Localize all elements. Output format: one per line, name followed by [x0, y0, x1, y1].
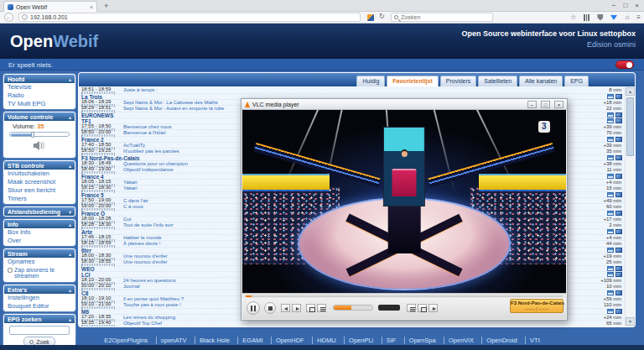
download-icon[interactable]: [610, 15, 617, 20]
channel-name[interactable]: M6: [81, 309, 89, 315]
browser-tab[interactable]: Open WebIf ×: [3, 1, 97, 12]
zap-icon[interactable]: [607, 118, 614, 123]
section-header-hoofd[interactable]: Hoofd▴: [4, 75, 75, 83]
footer-link[interactable]: openATV: [156, 337, 187, 344]
vlc-maximize-button[interactable]: □: [541, 101, 550, 108]
footer-link[interactable]: VTI: [525, 337, 540, 344]
list-scrollbar[interactable]: ▲ ▼: [625, 87, 634, 326]
site-info-icon[interactable]: i: [22, 14, 28, 20]
sidebar-item-over[interactable]: Over: [4, 237, 75, 245]
bouquet-tab[interactable]: EPG: [564, 76, 589, 86]
vlc-playlist-button[interactable]: [407, 304, 416, 312]
sidebar-item-tv-multi-epg[interactable]: TV Multi EPG: [4, 100, 75, 108]
channel-name[interactable]: F3 Nord-Pas-de-Calais: [81, 155, 139, 161]
tab-close-icon[interactable]: ×: [90, 4, 93, 10]
section-header-info[interactable]: Info▴: [4, 220, 75, 228]
zap-icon[interactable]: [607, 112, 614, 118]
vlc-stop-button[interactable]: [264, 302, 276, 314]
scrollbar-thumb[interactable]: [626, 97, 634, 156]
section-header-epg[interactable]: EPG zoeken▴: [4, 315, 75, 323]
channel-name[interactable]: WEO: [81, 266, 95, 272]
vlc-video-area[interactable]: 3: [242, 110, 566, 296]
bouquet-tab[interactable]: Satellieten: [478, 76, 517, 86]
sidebar-item-radio[interactable]: Radio: [4, 91, 75, 100]
home-icon[interactable]: ⌂: [625, 13, 629, 21]
library-icon[interactable]: [584, 14, 589, 21]
stream-icon[interactable]: [615, 118, 622, 123]
bookmark-star-icon[interactable]: ☆: [570, 13, 576, 21]
zap-icon[interactable]: [607, 137, 614, 142]
section-header-volume[interactable]: Volume controle▴: [4, 112, 75, 121]
sidebar-item-televisie[interactable]: Televisie: [4, 83, 75, 91]
footer-link[interactable]: OpenDroid: [481, 337, 517, 344]
zap-before-stream-checkbox[interactable]: [8, 268, 13, 273]
back-button[interactable]: ←: [4, 13, 13, 22]
zap-icon[interactable]: [607, 229, 614, 234]
footer-link[interactable]: OpenSpa: [404, 337, 436, 344]
channel-name[interactable]: La Trois: [81, 94, 102, 100]
sidebar-item-timers[interactable]: Timers: [4, 195, 75, 203]
vlc-window[interactable]: VLC media player − □ × 3: [241, 98, 568, 321]
section-header-stb[interactable]: STB controle▴: [4, 161, 75, 170]
volume-slider[interactable]: [9, 132, 70, 137]
footer-link[interactable]: HDMU: [312, 337, 336, 344]
app-logo[interactable]: OpenWebif: [10, 32, 98, 51]
stream-icon[interactable]: [615, 137, 622, 142]
vlc-next-button[interactable]: [292, 304, 301, 312]
zap-icon[interactable]: [607, 272, 614, 277]
zap-icon[interactable]: [607, 155, 614, 160]
window-maximize-button[interactable]: □: [623, 1, 627, 11]
channel-name[interactable]: C8: [81, 290, 88, 296]
channel-name[interactable]: EURONEWS: [81, 112, 113, 118]
zap-icon[interactable]: [607, 266, 614, 271]
speaker-icon[interactable]: [33, 140, 46, 151]
menu-icon[interactable]: ≡: [636, 13, 641, 21]
vlc-pause-button[interactable]: [247, 301, 260, 315]
bouquet-tab[interactable]: Providers: [440, 76, 477, 86]
stream-icon[interactable]: [615, 248, 622, 253]
channel-name[interactable]: TF1: [81, 118, 91, 124]
zap-icon[interactable]: [607, 309, 614, 314]
stream-icon[interactable]: [615, 272, 622, 277]
sidebar-item-message[interactable]: Stuur een bericht: [4, 186, 75, 195]
channel-name[interactable]: LCI: [81, 272, 90, 278]
channel-name[interactable]: 6ter: [81, 248, 91, 253]
browser-search-bar[interactable]: [391, 13, 493, 22]
vlc-loop-button[interactable]: [418, 304, 427, 312]
section-header-extras[interactable]: Extra's▴: [4, 285, 75, 294]
stream-icon[interactable]: [615, 112, 622, 118]
window-minimize-button[interactable]: −: [612, 1, 616, 11]
stream-icon[interactable]: [615, 309, 622, 314]
program-title[interactable]: Juste à temps :: [123, 87, 593, 93]
stream-icon[interactable]: [615, 155, 622, 160]
zap-icon[interactable]: [607, 94, 614, 99]
zap-icon[interactable]: [607, 174, 614, 179]
sidebar-item-screenshot[interactable]: Maak screenshot: [4, 178, 75, 186]
vlc-extended-button[interactable]: [317, 304, 326, 312]
footer-link[interactable]: E2OpenPlugins: [104, 337, 148, 344]
sidebar-item-power[interactable]: In/uitschakelen: [4, 170, 75, 178]
window-close-button[interactable]: ×: [635, 1, 639, 11]
footer-link[interactable]: EGAMI: [237, 337, 262, 344]
channel-name[interactable]: France 2: [81, 137, 104, 143]
shield-icon[interactable]: [597, 14, 603, 21]
seek-track[interactable]: [246, 295, 563, 297]
section-header-stream[interactable]: Stream▴: [4, 249, 75, 258]
vlc-shuffle-button[interactable]: [428, 304, 438, 312]
footer-link[interactable]: SIF: [382, 337, 397, 344]
new-tab-button[interactable]: +: [104, 2, 108, 10]
url-bar[interactable]: i 192.168.0.201: [18, 13, 361, 22]
vlc-previous-button[interactable]: [281, 304, 290, 312]
stream-icon[interactable]: [615, 266, 622, 271]
search-input[interactable]: [401, 14, 490, 20]
sidebar-item-bouquet-editor[interactable]: Bouquet Editor: [4, 302, 75, 311]
sidebar-item-instellingen[interactable]: Instellingen: [4, 294, 75, 302]
vlc-titlebar[interactable]: VLC media player − □ ×: [242, 99, 567, 110]
stream-icon[interactable]: [615, 94, 622, 99]
stream-icon[interactable]: [615, 211, 622, 216]
vlc-fullscreen-button[interactable]: [306, 304, 315, 312]
bouquet-tab[interactable]: Huidig: [356, 76, 385, 86]
stream-icon[interactable]: [615, 192, 622, 197]
power-toggle[interactable]: [615, 60, 634, 69]
stream-icon[interactable]: [615, 290, 622, 295]
